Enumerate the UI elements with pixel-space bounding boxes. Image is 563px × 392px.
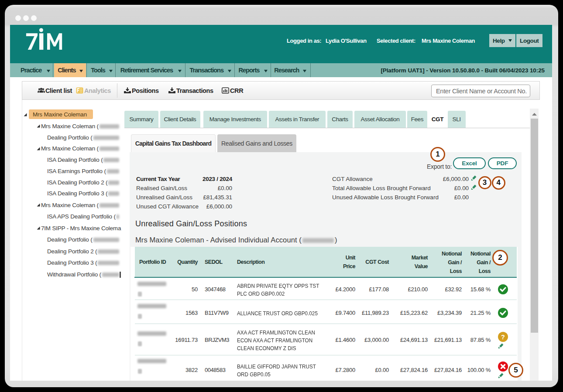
svg-text:?: ? [501, 333, 505, 340]
